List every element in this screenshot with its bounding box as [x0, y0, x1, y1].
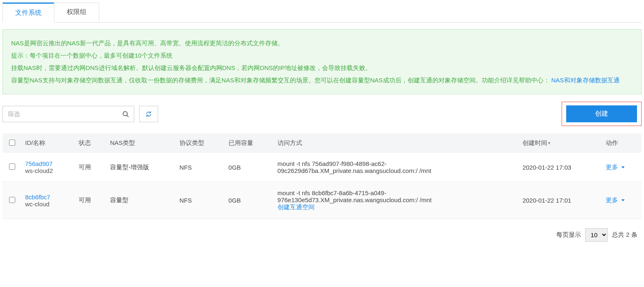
row-name: ws-cloud2: [25, 167, 53, 174]
row-status: 可用: [74, 153, 105, 182]
info-line: 提示：每个项目在一个数据中心，最多可创建10个文件系统: [11, 49, 633, 62]
per-page-select[interactable]: 10: [585, 228, 608, 242]
chevron-down-icon: [621, 166, 625, 168]
row-created: 2020-01-22 17:03: [518, 153, 601, 182]
row-checkbox[interactable]: [9, 163, 15, 170]
nas-table: ID/名称 状态 NAS类型 协议类型 已用容量 访问方式 创建时间▾ 动作 7…: [2, 133, 642, 219]
chevron-down-icon: [621, 199, 625, 201]
info-text: 容量型NAS支持与对象存储空间数据互通，仅收取一份数据的存储费用，满足NAS和对…: [11, 77, 551, 84]
svg-line-1: [127, 115, 128, 117]
row-protocol: NFS: [175, 153, 224, 182]
id-link[interactable]: 8cb6fbc7: [25, 194, 50, 201]
tabs: 文件系统 权限组: [2, 2, 642, 23]
row-type: 容量型-增强版: [105, 153, 175, 182]
col-access: 访问方式: [273, 133, 518, 153]
col-type: NAS类型: [105, 133, 175, 153]
table-row: 8cb6fbc7 wc-cloud 可用 容量型 NFS 0GB mount -…: [2, 182, 642, 219]
more-button[interactable]: 更多: [606, 163, 625, 171]
row-access: mount -t nfs 756ad907-f980-4898-ac62-09c…: [278, 160, 432, 174]
refresh-icon: [145, 111, 152, 117]
row-type: 容量型: [105, 182, 175, 219]
pager: 每页显示 10 总共 2 条: [2, 219, 642, 246]
id-link[interactable]: 756ad907: [25, 160, 53, 167]
toolbar: 创建: [2, 102, 642, 126]
table-row: 756ad907 ws-cloud2 可用 容量型-增强版 NFS 0GB mo…: [2, 153, 642, 182]
help-link[interactable]: NAS和对象存储数据互通: [551, 77, 620, 84]
total-count: 总共 2 条: [612, 231, 637, 239]
tab-permission[interactable]: 权限组: [54, 2, 99, 22]
col-action: 动作: [601, 133, 642, 153]
row-status: 可用: [74, 182, 105, 219]
create-highlight: 创建: [562, 102, 642, 126]
filter-wrap: [2, 106, 134, 122]
sort-desc-icon: ▾: [548, 140, 551, 146]
row-used: 0GB: [224, 182, 273, 219]
col-created[interactable]: 创建时间▾: [518, 133, 601, 153]
tab-filesystem[interactable]: 文件系统: [2, 2, 54, 23]
info-line: 挂载NAS时，需要通过内网DNS进行域名解析。默认创建云服务器会配置内网DNS，…: [11, 62, 633, 74]
row-access: mount -t nfs 8cb6fbc7-8a6b-4715-a049-976…: [278, 189, 432, 203]
row-used: 0GB: [224, 153, 273, 182]
refresh-button[interactable]: [139, 106, 158, 122]
select-all-checkbox[interactable]: [9, 140, 15, 146]
info-line: NAS是网宿云推出的NAS新一代产品，是具有高可用、高带宽、使用流程更简洁的分布…: [11, 37, 633, 49]
row-checkbox[interactable]: [9, 197, 15, 203]
filter-input[interactable]: [3, 110, 117, 117]
create-interop-link[interactable]: 创建互通空间: [278, 203, 315, 210]
info-banner: NAS是网宿云推出的NAS新一代产品，是具有高可用、高带宽、使用流程更简洁的分布…: [2, 29, 642, 94]
create-button[interactable]: 创建: [566, 105, 637, 122]
per-page-label: 每页显示: [556, 231, 581, 239]
col-protocol: 协议类型: [175, 133, 224, 153]
row-name: wc-cloud: [25, 201, 49, 208]
svg-point-0: [123, 112, 127, 116]
search-icon: [122, 111, 129, 117]
more-button[interactable]: 更多: [606, 196, 625, 204]
row-protocol: NFS: [175, 182, 224, 219]
col-status: 状态: [74, 133, 105, 153]
search-button[interactable]: [117, 106, 134, 122]
info-line: 容量型NAS支持与对象存储空间数据互通，仅收取一份数据的存储费用，满足NAS和对…: [11, 74, 633, 86]
col-id: ID/名称: [20, 133, 74, 153]
row-created: 2020-01-22 17:01: [518, 182, 601, 219]
col-used: 已用容量: [224, 133, 273, 153]
